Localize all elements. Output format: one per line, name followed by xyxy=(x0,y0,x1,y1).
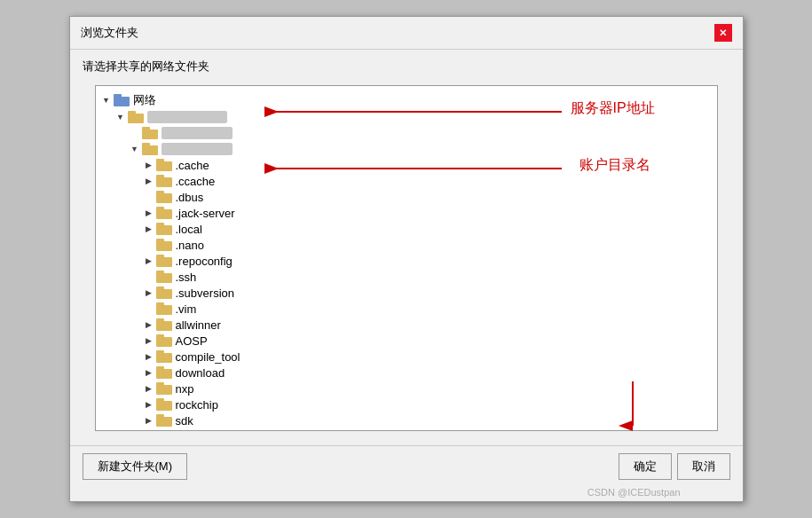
network-folder-icon xyxy=(114,94,130,106)
folder-label: .subversion xyxy=(176,286,234,300)
dialog-subtitle: 请选择共享的网络文件夹 xyxy=(70,50,743,80)
folder-icon xyxy=(156,366,172,379)
folder-icon xyxy=(156,398,172,411)
expander-icon[interactable] xyxy=(142,349,156,364)
tree-row[interactable]: .jack-server xyxy=(96,205,717,221)
expander-icon[interactable] xyxy=(128,142,142,156)
folder-icon xyxy=(156,207,172,219)
expander-icon[interactable] xyxy=(142,381,156,396)
tree-row[interactable]: .local xyxy=(96,221,717,237)
tree-row[interactable]: .repoconfig xyxy=(96,253,717,269)
folder-label: .ccache xyxy=(176,175,216,188)
server-ip-label xyxy=(147,111,227,123)
tree-row[interactable]: .ssh xyxy=(96,269,717,285)
expander-icon xyxy=(128,126,142,140)
folder-icon xyxy=(156,286,172,299)
folder-icon xyxy=(156,223,172,235)
folder-icon xyxy=(156,302,172,315)
tree-row-server[interactable] xyxy=(96,109,717,125)
browse-folder-dialog: 浏览文件夹 ✕ 请选择共享的网络文件夹 网络 xyxy=(69,16,744,502)
folder-icon xyxy=(156,414,172,427)
title-bar: 浏览文件夹 ✕ xyxy=(70,17,743,50)
folder-label: .dbus xyxy=(176,191,204,204)
expander-icon xyxy=(142,238,156,252)
server2-label xyxy=(162,127,233,139)
expander-icon[interactable] xyxy=(142,397,156,412)
folder-tree-container: 网络 xyxy=(95,85,718,431)
tree-row[interactable]: .nano xyxy=(96,237,717,253)
folder-icon xyxy=(156,318,172,331)
folder-label: AOSP xyxy=(176,334,208,348)
expander-icon[interactable] xyxy=(142,158,156,172)
folder-label: download xyxy=(176,366,225,380)
folder-label: rockchip xyxy=(176,398,218,412)
expander-icon[interactable] xyxy=(142,365,156,380)
tree-row-server2[interactable] xyxy=(96,125,717,141)
folder-label: allwinner xyxy=(176,318,221,332)
userdir-label xyxy=(162,143,233,155)
folder-label: .ssh xyxy=(176,271,197,284)
folder-label: nxp xyxy=(176,382,194,396)
folder-label: .nano xyxy=(176,239,205,252)
tree-row[interactable]: .vim xyxy=(96,301,717,317)
folder-icon xyxy=(156,350,172,363)
folder-label: .cache xyxy=(176,159,209,172)
folder-icon xyxy=(156,239,172,251)
expander-icon[interactable] xyxy=(99,93,114,107)
folder-icon xyxy=(156,271,172,283)
dialog-title: 浏览文件夹 xyxy=(81,25,138,41)
server-folder-icon xyxy=(128,111,144,123)
expander-icon[interactable] xyxy=(114,110,128,124)
tree-row[interactable]: .cache xyxy=(96,157,717,173)
tree-row[interactable]: AOSP xyxy=(96,333,717,349)
tree-row[interactable]: .ccache xyxy=(96,173,717,189)
expander-icon[interactable] xyxy=(142,222,156,236)
expander-icon[interactable] xyxy=(142,254,156,268)
folder-icon xyxy=(156,175,172,187)
folder-label: .jack-server xyxy=(176,207,235,220)
new-folder-button[interactable]: 新建文件夹(M) xyxy=(83,453,188,480)
folder-tree-scroll[interactable]: 网络 xyxy=(96,86,717,430)
folder-icon xyxy=(156,191,172,203)
tree-row[interactable]: .dbus xyxy=(96,189,717,205)
folder-icon xyxy=(156,159,172,171)
watermark: CSDN @ICEDustpan xyxy=(70,487,743,501)
button-bar: 新建文件夹(M) 确定 取消 xyxy=(70,445,743,487)
folder-icon xyxy=(156,334,172,347)
expander-icon[interactable] xyxy=(142,286,156,300)
tree-row[interactable]: nxp xyxy=(96,381,717,396)
folder-label: compile_tool xyxy=(176,350,240,364)
folder-label: .local xyxy=(176,223,202,236)
expander-icon[interactable] xyxy=(142,318,156,332)
tree-row[interactable]: allwinner xyxy=(96,317,717,333)
expander-icon xyxy=(142,190,156,204)
server2-folder-icon xyxy=(142,127,158,139)
tree-row[interactable]: .subversion xyxy=(96,285,717,301)
tree-row[interactable]: download xyxy=(96,365,717,381)
folder-icon xyxy=(156,382,172,395)
tree-row-userdir[interactable] xyxy=(96,141,717,157)
tree-row[interactable]: compile_tool xyxy=(96,349,717,365)
expander-icon[interactable] xyxy=(142,334,156,348)
expander-icon[interactable] xyxy=(142,174,156,188)
folder-label: .repoconfig xyxy=(176,255,233,268)
network-label: 网络 xyxy=(133,92,156,108)
expander-icon xyxy=(142,270,156,284)
folder-icon xyxy=(156,255,172,267)
expander-icon[interactable] xyxy=(142,413,156,428)
ok-cancel-group: 确定 取消 xyxy=(619,453,730,480)
tree-row[interactable]: sdk xyxy=(96,412,717,428)
tree-row[interactable]: rockchip xyxy=(96,396,717,412)
userdir-folder-icon xyxy=(142,143,158,155)
tree-row[interactable]: 网络 xyxy=(96,91,717,109)
ok-button[interactable]: 确定 xyxy=(619,453,672,480)
folder-label: sdk xyxy=(176,414,193,428)
folder-label: .vim xyxy=(176,302,197,316)
expander-icon xyxy=(142,302,156,316)
expander-icon[interactable] xyxy=(142,206,156,220)
cancel-button[interactable]: 取消 xyxy=(677,453,730,480)
close-button[interactable]: ✕ xyxy=(714,24,732,42)
